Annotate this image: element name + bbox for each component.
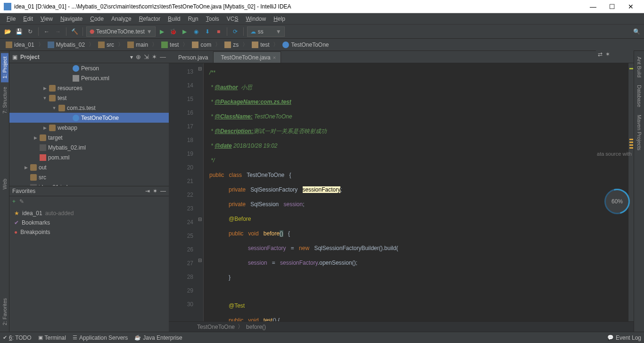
tree-item[interactable]: ▶target [9,133,169,142]
tree-item[interactable]: ▶webapp [9,123,169,133]
open-icon[interactable]: 📂 [3,27,12,36]
fav-breakpoints[interactable]: ●Breakpoints [9,227,169,237]
tree-item[interactable]: ▼test [9,93,169,103]
tree-item[interactable]: Person [9,63,169,73]
tab-testonetone[interactable]: TestOneToOne.java× [213,51,281,63]
tree-item[interactable]: idea_01.iml [9,182,169,186]
tree-item[interactable]: TestOneToOne [9,113,169,123]
locate-icon[interactable]: ⊕ [136,53,141,60]
scroll-map[interactable] [628,63,634,321]
tree-item[interactable]: src [9,172,169,182]
fav-hide-icon[interactable]: — [160,188,166,194]
menu-build[interactable]: Build [164,15,184,23]
ss-combo[interactable]: ☁ ss ▼ [247,26,285,37]
fav-add-icon[interactable]: + [12,198,16,205]
search-icon[interactable]: 🔍 [632,27,641,36]
crumb-test[interactable]: test [158,41,182,49]
crumb-mybatis02[interactable]: Mybatis_02 [45,41,88,49]
menu-refactor[interactable]: Refactor [135,15,164,23]
fold-marker[interactable]: ⊟ [198,258,202,263]
profile-icon[interactable]: ◉ [191,27,201,36]
memory-gauge[interactable]: 60% [604,189,630,214]
attach-icon[interactable]: ⬇ [203,27,212,36]
refresh-icon[interactable]: ↻ [25,27,35,36]
project-scope-icon[interactable]: ▣ [12,54,17,60]
fav-remove-icon[interactable]: ✎ [19,198,24,205]
collapse-icon[interactable]: ⇲ [144,53,149,60]
tree-item[interactable]: ▶resources [9,83,169,93]
save-icon[interactable]: 💾 [14,27,24,36]
settings-icon[interactable]: ✶ [152,53,157,60]
window-titlebar: idea_01 [D:\idea_01] - ...\Mybatis_02\sr… [0,0,644,13]
tab-web[interactable]: Web [1,175,8,193]
menu-help[interactable]: Help [270,15,289,23]
coverage-icon[interactable]: ▶ [180,27,190,36]
fav-idea01[interactable]: ★idea_01 auto-added [9,209,169,218]
tab-ant[interactable]: Ant Build [636,53,643,81]
tab-structure[interactable]: 7: Structure [1,83,8,117]
gear-icon[interactable]: ✶ [605,51,610,58]
tree-item[interactable]: pom.xml [9,152,169,162]
tool-todo[interactable]: ✔6: TODO [3,335,32,341]
tree-item[interactable]: ▼com.zs.test [9,103,169,113]
code-content[interactable]: /** * @author 小思 * @PackageName:com.zs.t… [204,63,628,321]
fav-bookmarks[interactable]: ✔Bookmarks [9,218,169,227]
stop-icon[interactable]: ■ [214,27,223,36]
run-config-combo[interactable]: ⬣ TestOneToOne.test ▼ [86,26,156,37]
hide-icon[interactable]: — [160,53,166,60]
menu-edit[interactable]: Edit [19,15,37,23]
bottom-tool-bar: ✔6: TODO ▣ Terminal ☰ Application Server… [0,332,644,343]
crumb-testpkg[interactable]: test [249,41,272,49]
bc-method[interactable]: before() [246,324,266,330]
minimize-button[interactable]: — [584,3,603,10]
vcs-icon[interactable]: ⟳ [231,27,240,36]
project-view-combo[interactable]: ▾ [130,54,133,60]
fav-settings-icon[interactable]: ✶ [153,188,157,194]
close-button[interactable]: ✕ [621,3,640,10]
menu-file[interactable]: File [3,15,19,23]
intention-icon[interactable]: ⇄ [598,51,603,58]
tree-item[interactable]: ▶out [9,162,169,172]
close-tab-icon[interactable]: × [273,55,276,60]
menu-window[interactable]: Window [242,15,270,23]
menu-analyze[interactable]: Analyze [107,15,135,23]
menu-view[interactable]: View [37,15,57,23]
tab-maven[interactable]: Maven Projects [636,111,643,154]
crumb-idea01[interactable]: idea_01 [3,41,37,49]
debug-icon[interactable]: 🐞 [169,27,178,36]
editor-body[interactable]: 1314151617181920▶21222324252627282930▶ ⊟… [169,63,634,321]
tool-javaee[interactable]: ☕ Java Enterprise [134,335,182,341]
right-tool-stripe: Ant Build Database Maven Projects [634,51,644,332]
favorites-title: Favorites [12,188,142,194]
fold-gutter[interactable]: ⊟ ⊟ ⊟ [197,63,204,321]
crumb-src[interactable]: src [95,41,117,49]
fold-marker[interactable]: ⊟ [198,217,202,222]
event-log[interactable]: 💬 Event Log [607,335,641,341]
build-icon[interactable]: 🔨 [70,27,79,36]
tree-item[interactable]: Mybatis_02.iml [9,142,169,152]
menu-navigate[interactable]: Navigate [57,15,86,23]
tool-appservers[interactable]: ☰ Application Servers [73,335,128,341]
tab-project[interactable]: 1: Project [1,53,8,82]
tab-database[interactable]: Database [636,81,643,111]
fav-locate-icon[interactable]: ⇥ [145,188,150,194]
crumb-class[interactable]: TestOneToOne [280,41,331,49]
tab-favorites[interactable]: 2: Favorites [1,294,8,329]
run-icon[interactable]: ▶ [157,27,167,36]
tab-person[interactable]: Person.java [171,51,213,63]
crumb-main[interactable]: main [124,41,151,49]
project-tree[interactable]: PersonPerson.xml▶resources▼test▼com.zs.t… [9,63,169,186]
forward-icon[interactable]: → [53,27,63,36]
crumb-com[interactable]: com [189,41,214,49]
maximize-button[interactable]: ☐ [603,3,621,10]
menu-code[interactable]: Code [86,15,107,23]
menu-run[interactable]: Run [184,15,202,23]
menu-tools[interactable]: Tools [202,15,223,23]
fold-marker[interactable]: ⊟ [198,66,202,71]
crumb-zs[interactable]: zs [222,41,241,49]
bc-class[interactable]: TestOneToOne [197,324,235,330]
menu-vcs[interactable]: VCS [223,15,242,23]
tree-item[interactable]: Person.xml [9,73,169,83]
tool-terminal[interactable]: ▣ Terminal [38,335,66,341]
back-icon[interactable]: ← [42,27,51,36]
